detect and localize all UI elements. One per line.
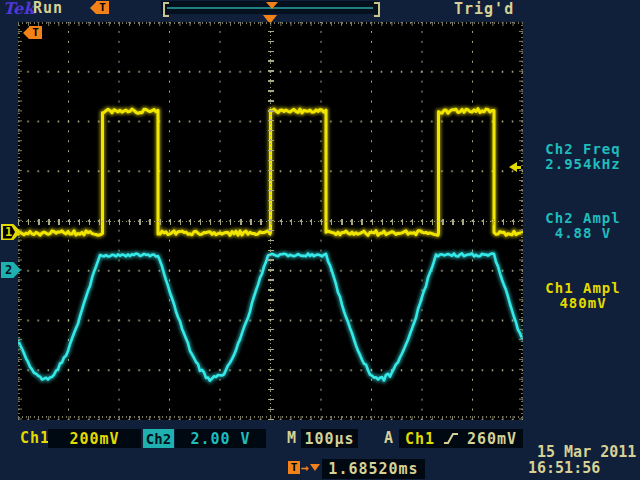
trigger-position-t-icon: T bbox=[90, 1, 109, 14]
trigger-readout: Ch1 260mV bbox=[399, 429, 523, 448]
ch2-scale-readout: 2.00 V bbox=[175, 429, 266, 448]
timebase-label: M bbox=[287, 430, 297, 446]
ch1-scale-readout: 200mV bbox=[48, 429, 141, 448]
trigger-level-value: 260mV bbox=[467, 431, 517, 447]
bracket-right-icon bbox=[374, 2, 380, 17]
time-display: 16:51:56 bbox=[528, 460, 600, 476]
ch2-label-selected: Ch2 bbox=[143, 429, 174, 448]
t-glyph: T bbox=[96, 1, 109, 14]
trigger-delay-icon: T → bbox=[288, 461, 320, 474]
vertical-axis bbox=[270, 22, 271, 420]
ch2-ground-marker: 2 bbox=[1, 262, 21, 278]
trigger-mode-label: A bbox=[384, 430, 394, 446]
trigger-source: Ch1 bbox=[405, 431, 435, 447]
readout-ch2-freq-value: 2.954kHz bbox=[526, 157, 640, 172]
acquisition-status: Run bbox=[33, 0, 63, 16]
trigger-level-arrow-icon bbox=[509, 162, 521, 172]
rising-edge-icon bbox=[444, 432, 458, 445]
date-display: 15 Mar 2011 bbox=[537, 444, 636, 460]
arrow-right-icon: → bbox=[301, 461, 309, 474]
ch1-label: Ch1 bbox=[20, 430, 50, 446]
t-glyph: T bbox=[29, 26, 42, 39]
tek-logo: Tek bbox=[3, 0, 34, 18]
trigger-time-t-icon: T bbox=[23, 26, 42, 39]
trigger-delay-value: 1.68520ms bbox=[322, 459, 425, 479]
bracket-left-icon bbox=[163, 2, 169, 17]
readout-ch1-ampl-label: Ch1 Ampl bbox=[526, 281, 640, 296]
readout-ch2-ampl-label: Ch2 Ampl bbox=[526, 211, 640, 226]
triangle-down-icon bbox=[310, 464, 320, 471]
graticule bbox=[18, 22, 523, 420]
readout-ch2-freq-label: Ch2 Freq bbox=[526, 142, 640, 157]
timebase-readout: 100µs bbox=[301, 429, 358, 448]
oscilloscope-screen: Tek Run T Trig'd T 1 bbox=[0, 0, 640, 480]
readout-ch2-ampl-value: 4.88 V bbox=[526, 226, 640, 241]
ch1-ground-marker: 1 bbox=[1, 224, 21, 240]
trigger-position-small-icon bbox=[266, 2, 278, 9]
trigger-state: Trig'd bbox=[454, 1, 514, 17]
readout-ch1-ampl-value: 480mV bbox=[526, 296, 640, 311]
